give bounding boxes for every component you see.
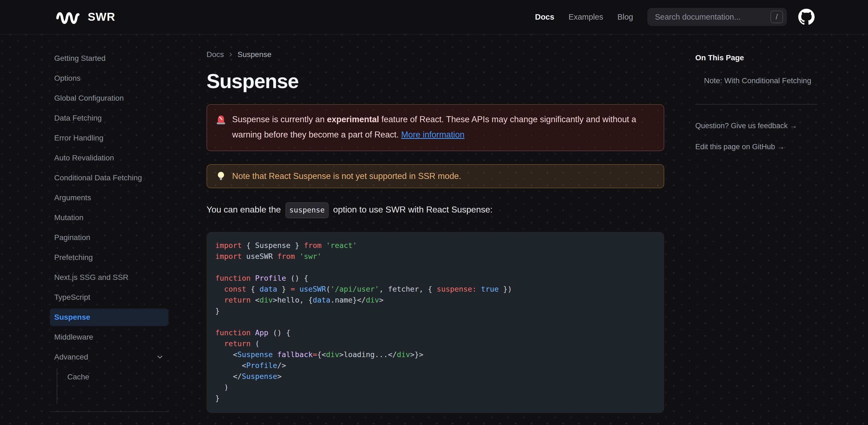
code-line: } [215,306,655,316]
code-token: useSWR [300,285,326,293]
code-line: function Profile () { [215,273,655,284]
code-token: return [224,296,251,304]
page-title: Suspense [207,70,664,92]
code-token: { Suspense } [242,241,304,250]
sidebar-item-arguments[interactable]: Arguments [50,189,168,206]
code-token: .name}</ [331,296,366,304]
sidebar-item-typescript[interactable]: TypeScript [50,289,168,306]
edit-page-link[interactable]: Edit this page on GitHub → [695,143,820,151]
breadcrumb-current: Suspense [238,50,272,59]
code-token: ( [251,339,260,348]
sidebar-item-pagination[interactable]: Pagination [50,229,168,246]
code-line: return <div>hello, {data.name}</div> [215,294,655,306]
code-line: } [215,393,655,404]
breadcrumb: Docs Suspense [207,50,664,59]
code-token [251,329,255,337]
code-token: < [215,350,237,359]
sidebar-item-auto-revalidation[interactable]: Auto Revalidation [50,149,168,167]
github-link[interactable] [798,9,815,25]
code-line: import { Suspense } from 'react' [215,240,655,251]
search-placeholder: Search documentation... [655,12,771,22]
siren-icon [216,115,226,125]
search-input[interactable]: Search documentation... / [647,8,787,26]
sidebar-item-label: Middleware [54,333,93,342]
sidebar-item-error-handling[interactable]: Error Handling [50,129,168,147]
code-token: div [260,296,273,304]
code-token: } [215,394,220,402]
code-token: from [304,241,321,250]
callout-text-segment: Suspense is currently an [232,115,327,124]
sidebar-item-data-fetching[interactable]: Data Fetching [50,109,168,127]
code-token: import [215,241,242,250]
github-icon [798,9,815,25]
lightbulb-icon [216,171,226,181]
code-token [321,241,326,250]
code-token: {< [317,350,326,359]
code-token: function [215,329,251,337]
experimental-warning-text: Suspense is currently an experimental fe… [232,112,655,142]
sidebar-item-label: Next.js SSG and SSR [54,273,128,282]
code-token: Profile [255,274,286,282]
code-token [215,285,224,293]
sidebar-item-global-configuration[interactable]: Global Configuration [50,89,168,107]
sidebar: Getting StartedOptionsGlobal Configurati… [50,34,168,425]
code-token: ( [326,285,330,293]
sidebar-item-label: TypeScript [54,293,90,302]
sidebar-item-label: Global Configuration [54,94,124,103]
sidebar-item-label: Suspense [54,313,90,321]
code-token: true [481,285,499,293]
nav-link-blog[interactable]: Blog [617,12,633,22]
feedback-link[interactable]: Question? Give us feedback → [695,122,820,130]
sidebar-item-middleware[interactable]: Middleware [50,329,168,346]
code-token: >hello, { [273,296,312,304]
sidebar-item-suspense[interactable]: Suspense [50,309,168,326]
code-token: div [397,350,410,359]
code-token: useSWR [242,252,277,260]
sidebar-item-label: Advanced [54,353,88,362]
code-line: <Profile/> [215,360,655,371]
nav-link-docs[interactable]: Docs [535,12,554,22]
code-line [215,316,655,327]
sidebar-item-mutation[interactable]: Mutation [50,209,168,226]
nav-link-examples[interactable]: Examples [568,12,603,22]
sidebar-item-label: Conditional Data Fetching [54,173,142,182]
code-line: <Suspense fallback={<div>loading...</div… [215,349,655,360]
nav-links: DocsExamplesBlog [535,12,633,22]
code-token [251,274,255,282]
sidebar-item-getting-started[interactable]: Getting Started [50,50,168,67]
code-token [215,339,224,348]
code-token: suspense: [437,285,476,293]
code-token: import [215,252,242,260]
code-token: = [313,350,317,359]
code-token: data [260,285,277,293]
callout-text-segment: experimental [327,115,379,124]
breadcrumb-docs[interactable]: Docs [207,50,224,59]
code-token: = [290,285,295,293]
sidebar-item-conditional-data-fetching[interactable]: Conditional Data Fetching [50,169,168,187]
code-token: () { [268,329,290,337]
code-line: return ( [215,338,655,349]
toc-item-link[interactable]: Note: With Conditional Fetching [704,76,820,86]
more-information-link[interactable]: More information [401,127,465,142]
swr-logo[interactable]: SWR [54,9,115,25]
sidebar-item-label: Options [54,74,81,83]
sidebar-item-options[interactable]: Options [50,69,168,87]
code-token: Suspense [242,372,277,380]
sidebar-item-advanced[interactable]: Advanced [50,348,168,366]
sidebar-item-label: Error Handling [54,134,103,142]
code-token: div [326,350,339,359]
navbar: SWR DocsExamplesBlog Search documentatio… [0,0,868,34]
code-token: /> [277,361,286,370]
sidebar-item-label: Auto Revalidation [54,153,114,162]
paragraph-text: option to use SWR with React Suspense: [331,205,493,215]
sidebar-item-label: Arguments [54,193,91,202]
code-token: > [379,296,383,304]
paragraph-text: You can enable the [207,205,283,215]
code-token: > [277,372,282,380]
code-token: function [215,274,251,282]
sidebar-item-cache[interactable]: Cache [63,368,168,386]
chevron-down-icon [156,353,164,361]
sidebar-item-prefetching[interactable]: Prefetching [50,249,168,266]
sidebar-item-next-js-ssg-and-ssr[interactable]: Next.js SSG and SSR [50,269,168,286]
code-token: >loading...</ [339,350,397,359]
